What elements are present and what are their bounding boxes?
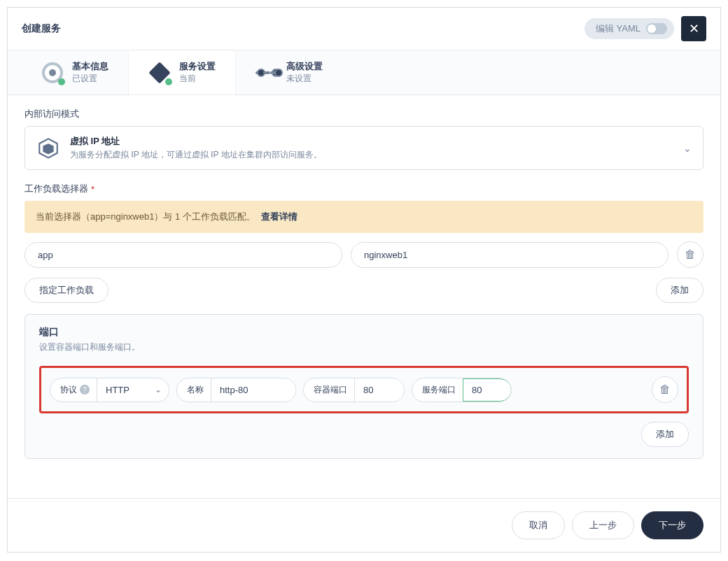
protocol-field[interactable]: 协议 ? ⌄ xyxy=(50,378,169,402)
chevron-down-icon: ⌄ xyxy=(683,143,692,154)
tab-subtitle: 未设置 xyxy=(286,73,323,85)
layers-icon xyxy=(148,62,171,84)
tab-title: 基本信息 xyxy=(72,60,108,73)
container-port-field: 容器端口 xyxy=(303,378,405,402)
trash-icon: 🗑 xyxy=(659,383,671,396)
port-name-input[interactable] xyxy=(211,379,295,401)
cancel-button[interactable]: 取消 xyxy=(512,511,565,539)
dialog-body: 内部访问模式 虚拟 IP 地址 为服务分配虚拟 IP 地址，可通过虚拟 IP 地… xyxy=(8,95,720,498)
tab-service-settings[interactable]: 服务设置 当前 xyxy=(128,50,235,94)
dialog-footer: 取消 上一步 下一步 xyxy=(8,498,720,552)
banner-text: 当前选择器（app=nginxweb1）与 1 个工作负载匹配。 xyxy=(36,211,255,222)
delete-port-button[interactable]: 🗑 xyxy=(652,376,678,403)
create-service-dialog: 创建服务 编辑 YAML ✕ 基本信息 已设置 xyxy=(7,7,721,553)
circle-dot-icon xyxy=(41,62,64,84)
tab-advanced-settings[interactable]: 高级设置 未设置 xyxy=(235,50,342,94)
next-button[interactable]: 下一步 xyxy=(641,511,704,539)
service-port-field: 服务端口 xyxy=(412,378,512,402)
chevron-down-icon: ⌄ xyxy=(155,385,162,395)
edit-yaml-label: 编辑 YAML xyxy=(596,22,640,35)
dialog-header: 创建服务 编辑 YAML ✕ xyxy=(8,8,720,50)
cube-icon xyxy=(36,136,60,160)
selector-label: 工作负载选择器 * xyxy=(24,183,704,195)
add-selector-button[interactable]: 添加 xyxy=(656,278,704,303)
selector-key-input[interactable] xyxy=(24,242,342,268)
step-tabs: 基本信息 已设置 服务设置 当前 高级设置 未设置 xyxy=(8,50,720,95)
check-badge-icon xyxy=(165,78,172,85)
check-badge-icon xyxy=(58,78,65,85)
edit-yaml-toggle[interactable]: 编辑 YAML xyxy=(584,18,674,39)
selector-value-input[interactable] xyxy=(351,242,668,268)
selector-match-banner: 当前选择器（app=nginxweb1）与 1 个工作负载匹配。 查看详情 xyxy=(24,201,704,233)
ports-heading: 端口 xyxy=(39,326,689,339)
ports-add-row: 添加 xyxy=(39,422,689,447)
access-mode-label: 内部访问模式 xyxy=(24,108,704,120)
container-port-label: 容器端口 xyxy=(304,378,355,402)
svg-marker-1 xyxy=(43,143,53,154)
port-name-field: 名称 xyxy=(176,378,296,402)
selector-actions: 指定工作负载 添加 xyxy=(24,278,704,303)
access-mode-card[interactable]: 虚拟 IP 地址 为服务分配虚拟 IP 地址，可通过虚拟 IP 地址在集群内部访… xyxy=(24,126,704,170)
help-icon[interactable]: ? xyxy=(80,385,90,395)
close-icon: ✕ xyxy=(689,21,699,36)
tab-subtitle: 当前 xyxy=(179,73,216,85)
tab-title: 高级设置 xyxy=(286,60,323,73)
service-port-label: 服务端口 xyxy=(412,378,463,402)
protocol-label: 协议 xyxy=(60,384,77,396)
delete-selector-button[interactable]: 🗑 xyxy=(677,241,704,268)
specify-workload-button[interactable]: 指定工作负载 xyxy=(24,278,108,303)
ports-panel: 端口 设置容器端口和服务端口。 协议 ? ⌄ 名称 xyxy=(24,314,704,459)
add-port-button[interactable]: 添加 xyxy=(641,422,689,447)
access-mode-desc: 为服务分配虚拟 IP 地址，可通过虚拟 IP 地址在集群内部访问服务。 xyxy=(70,149,322,161)
container-port-input[interactable] xyxy=(355,379,404,401)
access-mode-title: 虚拟 IP 地址 xyxy=(70,135,322,148)
previous-button[interactable]: 上一步 xyxy=(572,511,634,539)
header-actions: 编辑 YAML ✕ xyxy=(584,16,706,41)
sliders-icon xyxy=(255,62,278,84)
view-details-link[interactable]: 查看详情 xyxy=(261,211,298,222)
tab-basic-info[interactable]: 基本信息 已设置 xyxy=(22,50,128,94)
selector-kv-row: 🗑 xyxy=(24,241,704,268)
port-name-label: 名称 xyxy=(177,378,211,402)
tab-title: 服务设置 xyxy=(179,60,216,73)
toggle-switch-icon xyxy=(646,23,667,34)
service-port-input[interactable] xyxy=(463,378,512,402)
protocol-select[interactable] xyxy=(97,379,146,401)
required-marker: * xyxy=(91,184,94,194)
dialog-title: 创建服务 xyxy=(22,22,61,35)
port-row: 协议 ? ⌄ 名称 容器端口 服务端口 xyxy=(39,366,689,413)
ports-subtitle: 设置容器端口和服务端口。 xyxy=(39,341,689,353)
trash-icon: 🗑 xyxy=(685,248,696,261)
tab-subtitle: 已设置 xyxy=(72,73,108,85)
close-button[interactable]: ✕ xyxy=(681,16,706,41)
